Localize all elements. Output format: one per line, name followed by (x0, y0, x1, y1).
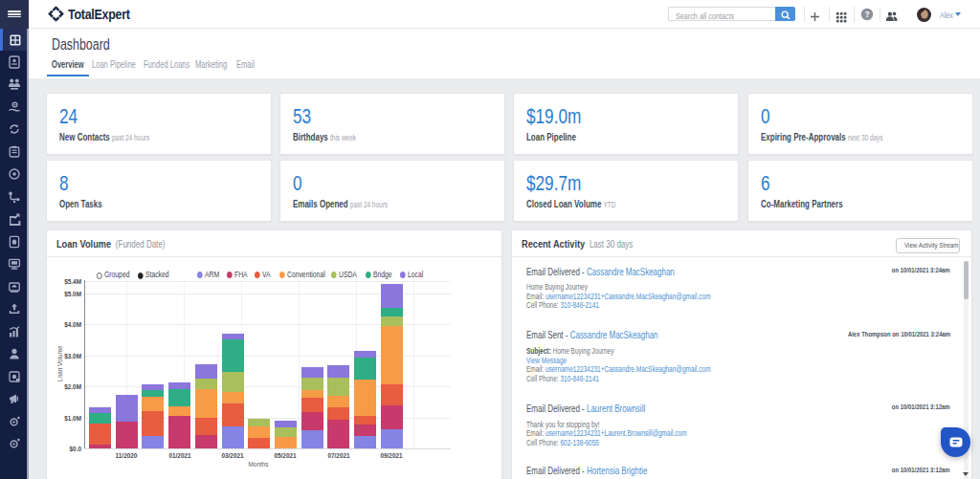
svg-text:?: ? (864, 10, 869, 19)
